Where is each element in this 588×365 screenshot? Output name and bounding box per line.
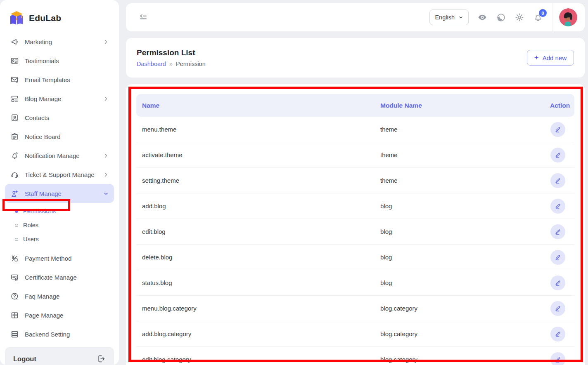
logout-button[interactable]: Logout [5,347,114,365]
sidebar-item-contacts[interactable]: Contacts [5,108,114,127]
plus-icon: + [534,54,539,61]
bell-dot-icon [10,151,19,160]
cell-name: edit.blog [136,228,375,235]
column-header-name: Name [136,102,375,109]
edit-button[interactable] [550,250,565,265]
edit-button[interactable] [550,122,565,137]
edit-button[interactable] [550,199,565,214]
megaphone-icon [10,37,19,46]
server-stack-icon [10,330,19,339]
column-header-action: Action [550,102,576,109]
sidebar-item-backend-setting[interactable]: Backend Setting [5,325,114,344]
cell-action [550,122,574,137]
contact-card-icon [10,113,19,122]
pencil-icon [555,177,562,184]
add-new-button[interactable]: + Add new [527,50,574,66]
question-circle-icon [10,292,19,301]
table-row: delete.blog blog [136,245,574,270]
table-row: menu.theme theme [136,117,574,142]
cell-name: setting.theme [136,177,375,184]
blog-layout-icon [10,94,19,103]
sidebar-collapse-icon[interactable] [138,12,148,22]
topbar-divider [552,3,552,31]
sidebar-item-certificate-manage[interactable]: Certificate Manage [5,268,114,287]
cell-module: blog [375,228,550,235]
cell-action [550,148,574,162]
edit-button[interactable] [550,327,565,341]
bullet-icon [15,224,18,227]
table-row: edit.blog.category blog.category [136,347,574,365]
sidebar-subitem-roles[interactable]: Roles [5,218,114,232]
sidebar-subitem-users[interactable]: Users [5,232,114,246]
currency-exchange-icon [10,254,19,263]
edit-button[interactable] [550,173,565,188]
cell-name: delete.blog [136,254,375,261]
settings-gear-icon[interactable] [514,12,524,22]
cell-module: blog [375,279,550,286]
cell-module: blog.category [375,356,550,363]
language-select[interactable]: English [429,9,469,25]
sidebar-subitem-permissions[interactable]: Permissions [5,204,114,218]
user-plus-icon [10,189,19,198]
edit-button[interactable] [550,148,565,162]
language-selected: English [435,14,455,21]
user-avatar[interactable] [559,8,577,26]
id-card-icon [10,56,19,65]
pencil-icon [555,330,562,337]
eye-icon[interactable] [477,12,487,22]
column-header-module: Module Name [375,102,550,109]
sidebar-item-email-templates[interactable]: Email Templates [5,70,114,89]
pencil-icon [555,126,562,133]
chevron-right-icon [103,172,109,178]
edit-button[interactable] [550,301,565,316]
brand-logo[interactable]: EduLab [8,10,111,26]
cell-name: activate.theme [136,151,375,158]
sidebar-item-staff-manage[interactable]: Staff Manage [5,184,114,203]
breadcrumb: Dashboard » Permission [137,61,206,67]
table-row: setting.theme theme [136,168,574,193]
cell-name: menu.theme [136,126,375,133]
cell-action [550,173,574,188]
edit-button[interactable] [550,276,565,290]
sidebar-item-testimonials[interactable]: Testimonials [5,51,114,70]
cell-module: blog [375,254,550,261]
add-new-label: Add new [543,54,567,61]
table-row: add.blog blog [136,193,574,219]
sidebar-item-faq-manage[interactable]: Faq Manage [5,287,114,306]
cell-action [550,276,574,290]
pencil-icon [555,151,562,158]
pencil-icon [555,305,562,312]
cell-module: theme [375,151,550,158]
sidebar-item-notice-board[interactable]: Notice Board [5,127,114,146]
cell-module: theme [375,126,550,133]
page-title: Permission List [137,48,206,57]
sidebar-item-marketing[interactable]: Marketing [5,32,114,51]
cell-module: blog.category [375,305,550,312]
sidebar-item-notification-manage[interactable]: Notification Manage [5,146,114,165]
dark-mode-moon-icon[interactable] [496,12,506,22]
notice-board-icon [10,132,19,141]
certificate-icon [10,273,19,282]
edit-button[interactable] [550,352,565,365]
sidebar-item-ticket-support-manage[interactable]: Ticket & Support Manage [5,165,114,184]
table-header-row: Name Module Name Action [136,94,574,117]
sidebar-item-payment-method[interactable]: Payment Method [5,249,114,268]
bullet-icon [15,210,18,213]
edit-button[interactable] [550,224,565,239]
breadcrumb-dashboard-link[interactable]: Dashboard [137,61,166,67]
table-row: edit.blog blog [136,219,574,245]
table-row: status.blog blog [136,270,574,296]
cell-action [550,250,574,265]
bullet-icon [15,238,18,241]
sidebar-item-page-manage[interactable]: Page Manage [5,306,114,325]
cell-name: menu.blog.category [136,305,375,312]
pencil-icon [555,203,562,210]
table-row: menu.blog.category blog.category [136,296,574,321]
table-row: activate.theme theme [136,142,574,168]
table-row: add.blog.category blog.category [136,321,574,347]
notification-bell-icon[interactable]: 0 [533,12,543,22]
brand-name: EduLab [29,13,61,23]
sidebar-item-blog-manage[interactable]: Blog Manage [5,89,114,108]
cell-action [550,327,574,341]
topbar: English 0 [126,3,585,31]
